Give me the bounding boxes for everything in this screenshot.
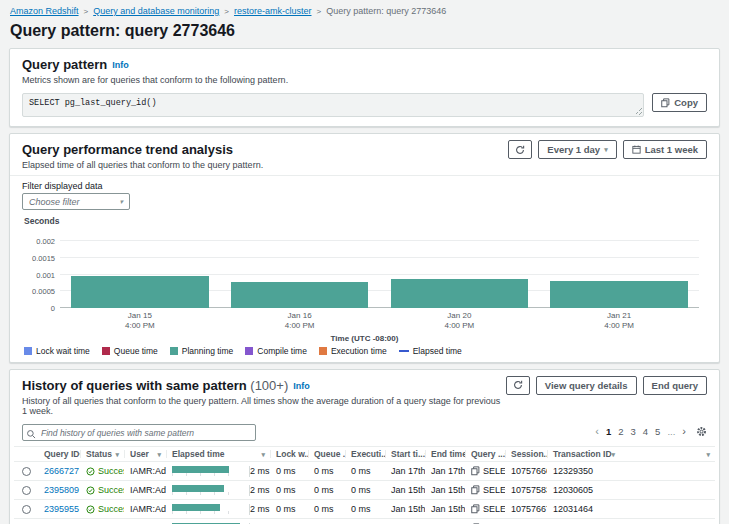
table-row[interactable]: 2395809SuccessIAMR:Ad...2 ms0 ms0 ms0 ms… — [14, 481, 715, 500]
table-row[interactable]: 2666727SuccessIAMR:Ad...2 ms0 ms0 ms0 ms… — [14, 462, 715, 481]
row-select-cell — [14, 467, 38, 476]
row-radio-button[interactable] — [22, 467, 31, 476]
status-cell: Success — [80, 504, 124, 514]
time-range-button[interactable]: Last 1 week — [623, 140, 707, 159]
column-header-label: Queue ... — [314, 449, 345, 459]
column-header-label: Transaction ID — [553, 449, 612, 459]
history-header-text: History of queries with same pattern (10… — [22, 376, 506, 416]
column-header-start-ti[interactable]: Start ti...▾ — [385, 447, 425, 461]
row-radio-button[interactable] — [22, 505, 31, 514]
breadcrumb-item-amazon-redshift[interactable]: Amazon Redshift — [10, 6, 79, 16]
chart-y-ticks: 00.00050.0010.00150.002 — [24, 230, 60, 308]
row-radio-button[interactable] — [22, 486, 31, 495]
column-header-query-id[interactable]: Query ID▾ — [38, 447, 80, 461]
chevron-down-icon: ▾ — [119, 198, 123, 205]
column-header-label: Status — [86, 449, 112, 459]
view-query-details-button[interactable]: View query details — [536, 376, 637, 395]
query-text-cell: SELEC... — [465, 466, 505, 476]
column-sort-icon[interactable]: ▾ — [612, 451, 616, 458]
query-pattern-title: Query pattern — [22, 57, 107, 72]
chart-x-tick-label: Jan 154:00 PM — [60, 311, 220, 332]
table-row[interactable]: 2396058SuccessIAMR:Ad...2 ms0 ms0 ms0 ms… — [14, 519, 715, 524]
chart-legend: Lock wait timeQueue timePlanning timeCom… — [24, 346, 707, 356]
pagination-page-3[interactable]: 3 — [631, 426, 636, 437]
interval-dropdown-label: Every 1 day — [547, 144, 600, 155]
column-header-label: Query ID — [44, 449, 79, 459]
column-settings-icon[interactable]: ▾ — [706, 451, 710, 458]
history-title: History of queries with same pattern (10… — [22, 378, 288, 393]
pagination-next-icon[interactable]: › — [682, 426, 686, 437]
chart-x-tick-time: 4:00 PM — [539, 321, 699, 331]
table-body: 2666727SuccessIAMR:Ad...2 ms0 ms0 ms0 ms… — [14, 462, 715, 524]
queue-time-swatch — [102, 347, 110, 355]
pagination-page-2[interactable]: 2 — [618, 426, 623, 437]
query-id-link[interactable]: 2666727 — [44, 466, 79, 476]
queue-time-cell: 0 ms — [308, 485, 345, 495]
column-sort-icon[interactable]: ▾ — [261, 451, 265, 458]
table-row[interactable]: 2395955SuccessIAMR:Ad...2 ms0 ms0 ms0 ms… — [14, 500, 715, 519]
filter-select[interactable]: Choose filter ▾ — [22, 193, 130, 210]
query-pattern-textarea[interactable]: SELECT pg_last_query_id() — [22, 93, 644, 117]
copy-icon — [471, 466, 480, 476]
status-label: Success — [98, 485, 124, 495]
lock-wait-cell: 0 ms — [270, 485, 308, 495]
elapsed-time-value: 2 ms — [250, 466, 270, 476]
column-header-label: Session... — [511, 449, 547, 459]
end-time-cell: Jan 17th, ... — [425, 466, 465, 476]
search-input[interactable] — [22, 424, 256, 441]
pagination-page-1[interactable]: 1 — [606, 426, 611, 437]
chart-plot-area — [60, 230, 699, 308]
pagination-prev-icon[interactable]: ‹ — [595, 426, 599, 437]
query-id-cell: 2666727 — [38, 466, 80, 476]
elapsed-bar-axis — [172, 473, 242, 476]
column-header-end-time[interactable]: End time▾ — [425, 447, 465, 461]
column-sort-icon[interactable]: ▾ — [115, 451, 119, 458]
column-header-elapsed-time[interactable]: Elapsed time▾ — [166, 447, 270, 461]
elapsed-time-cell: 2 ms — [166, 504, 270, 515]
chart-y-tick-label: 0.0015 — [32, 253, 55, 262]
pagination-pages: 12345... — [606, 426, 675, 437]
legend-label: Queue time — [114, 346, 158, 356]
column-header-executi[interactable]: Executi...▾ — [345, 447, 385, 461]
history-refresh-button[interactable] — [506, 376, 530, 395]
lock-wait-cell: 0 ms — [270, 466, 308, 476]
elapsed-bar — [172, 485, 224, 492]
interval-dropdown[interactable]: Every 1 day ▾ — [538, 140, 616, 159]
column-header-status[interactable]: Status▾ — [80, 447, 124, 461]
column-header-query[interactable]: Query ...▾ — [465, 447, 505, 461]
start-time-cell: Jan 17th, ... — [385, 466, 425, 476]
trend-header: Query performance trend analysis Elapsed… — [10, 134, 719, 176]
query-id-link[interactable]: 2395955 — [44, 504, 79, 514]
elapsed-bar-chart — [172, 485, 242, 495]
column-sort-icon[interactable]: ▾ — [157, 451, 161, 458]
column-header-lock-w[interactable]: Lock w...▾ — [270, 447, 308, 461]
settings-gear-icon[interactable] — [696, 426, 707, 437]
elapsed-bar-chart — [172, 504, 242, 514]
breadcrumb-item-restore-amk-cluster[interactable]: restore-amk-cluster — [234, 6, 312, 16]
trend-description: Elapsed time of all queries that conform… — [22, 160, 263, 170]
pagination-page-: ... — [667, 426, 675, 437]
column-header-user[interactable]: User▾ — [124, 447, 166, 461]
query-id-link[interactable]: 2395809 — [44, 485, 79, 495]
elapsed-bar-axis — [172, 492, 242, 495]
history-table: Query ID▾Status▾User▾Elapsed time▾Lock w… — [14, 446, 715, 524]
breadcrumb-item-query-and-database-monitoring[interactable]: Query and database monitoring — [93, 6, 219, 16]
pagination-page-4[interactable]: 4 — [643, 426, 648, 437]
query-pattern-info-link[interactable]: Info — [112, 60, 129, 70]
copy-button[interactable]: Copy — [652, 93, 707, 112]
column-header-transaction-id[interactable]: Transaction ID▾ — [547, 447, 617, 461]
chart-bar-slot — [380, 230, 540, 308]
end-query-button[interactable]: End query — [643, 376, 707, 395]
trend-refresh-button[interactable] — [508, 140, 532, 159]
column-header-session[interactable]: Session...▾ — [505, 447, 547, 461]
end-time-cell: Jan 15th, ... — [425, 485, 465, 495]
pagination-page-5[interactable]: 5 — [655, 426, 660, 437]
history-info-link[interactable]: Info — [293, 381, 310, 391]
chart-x-axis-title: Time (UTC -08:00) — [22, 334, 707, 343]
elapsed-bar-axis — [172, 511, 242, 514]
chart-x-tick-date: Jan 16 — [220, 311, 380, 321]
queue-time-cell: 0 ms — [308, 466, 345, 476]
column-header-queue[interactable]: Queue ...▾ — [308, 447, 345, 461]
trend-chart: Seconds 00.00050.0010.00150.002 Jan 154:… — [22, 216, 707, 356]
query-pattern-panel: Query patternInfo Metrics shown are for … — [9, 48, 720, 127]
